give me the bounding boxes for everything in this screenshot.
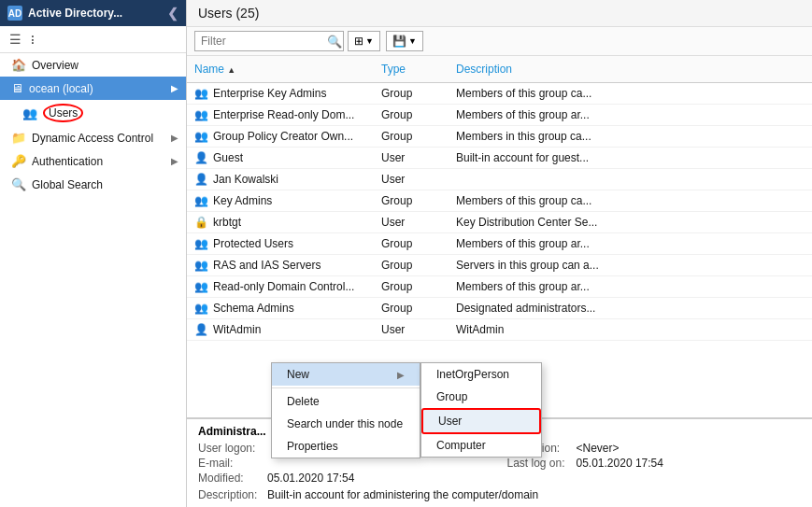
table-row[interactable]: 👥 Enterprise Read-only Dom... Group Memb… bbox=[187, 105, 812, 126]
col-name[interactable]: Name ▲ bbox=[187, 60, 374, 78]
sidebar-dac-label: Dynamic Access Control bbox=[32, 132, 153, 145]
context-menu-search[interactable]: Search under this node bbox=[272, 413, 420, 435]
submenu-computer[interactable]: Computer bbox=[421, 434, 541, 457]
dac-left: 📁 Dynamic Access Control bbox=[11, 131, 153, 145]
table-row[interactable]: 👥 Schema Admins Group Designated adminis… bbox=[187, 298, 812, 319]
cell-desc: Members of this group ar... bbox=[449, 278, 812, 295]
sidebar-header-left: AD Active Directory... bbox=[7, 6, 122, 21]
save-icon: 💾 bbox=[392, 35, 406, 48]
submenu[interactable]: InetOrgPerson Group User Computer bbox=[420, 362, 542, 458]
ad-icon: AD bbox=[7, 6, 22, 21]
main-toolbar: 🔍 ⊞ ▼ 💾 ▼ bbox=[187, 27, 812, 56]
filter-input[interactable] bbox=[194, 31, 344, 51]
sidebar: AD Active Directory... ❮ ☰ ⫶ 🏠 Overview … bbox=[0, 0, 187, 507]
save-dropdown-icon: ▼ bbox=[408, 36, 417, 46]
row-icon: 👤 bbox=[194, 173, 208, 186]
server-icon: 🖥 bbox=[11, 81, 23, 95]
row-icon: 👤 bbox=[194, 323, 208, 336]
cell-desc: Members of this group ca... bbox=[449, 85, 812, 102]
submenu-group[interactable]: Group bbox=[421, 386, 541, 408]
sidebar-users-label: Users bbox=[43, 104, 83, 122]
col-description[interactable]: Description bbox=[449, 60, 812, 78]
sidebar-title: Active Directory... bbox=[28, 7, 122, 20]
table-row[interactable]: 👤 Jan Kowalski User bbox=[187, 169, 812, 190]
context-menu[interactable]: New ▶ Delete Search under this node Prop… bbox=[271, 362, 420, 458]
cell-desc: Servers in this group can a... bbox=[449, 257, 812, 274]
menu-icon[interactable]: ☰ bbox=[7, 30, 23, 49]
sidebar-item-authentication[interactable]: 🔑 Authentication ▶ bbox=[0, 149, 186, 173]
collapse-icon[interactable]: ❮ bbox=[167, 6, 178, 21]
cell-desc: Members of this group ca... bbox=[449, 192, 812, 209]
cell-type: Group bbox=[374, 106, 449, 123]
cell-name: 👤 Jan Kowalski bbox=[187, 171, 374, 188]
cell-type: User bbox=[374, 171, 449, 188]
col-type[interactable]: Type bbox=[374, 60, 449, 78]
list-view-icon: ⊞ bbox=[354, 35, 363, 48]
sidebar-toolbar: ☰ ⫶ bbox=[0, 26, 186, 53]
context-menu-separator bbox=[272, 387, 420, 388]
table-row[interactable]: 👥 Enterprise Key Admins Group Members of… bbox=[187, 83, 812, 105]
row-icon: 🔒 bbox=[194, 216, 208, 229]
submenu-user[interactable]: User bbox=[421, 408, 541, 434]
context-menu-new-label: New bbox=[287, 368, 309, 381]
sidebar-item-overview[interactable]: 🏠 Overview bbox=[0, 53, 186, 77]
tree-icon[interactable]: ⫶ bbox=[27, 30, 37, 49]
sidebar-item-ocean-local[interactable]: 🖥 ocean (local) ▶ bbox=[0, 77, 186, 100]
cell-name: 👤 WitAdmin bbox=[187, 321, 374, 338]
cell-type: User bbox=[374, 149, 449, 166]
table-row[interactable]: 👤 Guest User Built-in account for guest.… bbox=[187, 148, 812, 169]
context-menu-delete-label: Delete bbox=[287, 395, 320, 408]
cell-type: User bbox=[374, 214, 449, 231]
context-menu-search-label: Search under this node bbox=[287, 417, 403, 430]
sidebar-item-dynamic-access-control[interactable]: 📁 Dynamic Access Control ▶ bbox=[0, 126, 186, 149]
table-row[interactable]: 👥 Protected Users Group Members of this … bbox=[187, 233, 812, 255]
view-dropdown-icon: ▼ bbox=[365, 36, 374, 46]
row-icon: 👥 bbox=[194, 237, 208, 250]
view-options-button[interactable]: ⊞ ▼ bbox=[348, 31, 380, 51]
table-row[interactable]: 🔒 krbtgt User Key Distribution Center Se… bbox=[187, 212, 812, 233]
sidebar-item-global-search[interactable]: 🔍 Global Search bbox=[0, 173, 186, 196]
table-row[interactable]: 👥 RAS and IAS Servers Group Servers in t… bbox=[187, 255, 812, 276]
row-icon: 👥 bbox=[194, 194, 208, 207]
cell-type: User bbox=[374, 321, 449, 338]
cell-desc: Members of this group ar... bbox=[449, 235, 812, 252]
cell-type: Group bbox=[374, 235, 449, 252]
context-menu-delete[interactable]: Delete bbox=[272, 390, 420, 413]
cell-name: 👥 Enterprise Key Admins bbox=[187, 85, 374, 102]
sidebar-overview-label: Overview bbox=[32, 59, 78, 72]
detail-description-row: Description: Built-in account for admini… bbox=[198, 488, 801, 501]
submenu-user-label: User bbox=[438, 415, 462, 428]
cell-desc: Key Distribution Center Se... bbox=[449, 214, 812, 231]
sort-arrow-icon: ▲ bbox=[227, 65, 235, 75]
submenu-arrow-icon: ▶ bbox=[397, 370, 405, 380]
sidebar-item-users[interactable]: 👥 Users bbox=[0, 100, 186, 126]
submenu-group-label: Group bbox=[436, 390, 467, 403]
cell-name: 👥 Enterprise Read-only Dom... bbox=[187, 106, 374, 123]
detail-expiration: Expiration: <Never> bbox=[507, 442, 802, 455]
cell-name: 🔒 krbtgt bbox=[187, 214, 374, 231]
key-icon: 🔑 bbox=[11, 154, 26, 168]
table-row[interactable]: 👤 WitAdmin User WitAdmin bbox=[187, 319, 812, 341]
table-row[interactable]: 👥 Key Admins Group Members of this group… bbox=[187, 190, 812, 212]
cell-name: 👥 Key Admins bbox=[187, 192, 374, 209]
search-icon: 🔍 bbox=[11, 177, 26, 191]
auth-left: 🔑 Authentication bbox=[11, 154, 103, 168]
row-icon: 👤 bbox=[194, 151, 208, 164]
save-button[interactable]: 💾 ▼ bbox=[386, 31, 423, 51]
table-header: Name ▲ Type Description bbox=[187, 56, 812, 83]
context-menu-new[interactable]: New ▶ bbox=[272, 363, 420, 386]
modified-value: 05.01.2020 17:54 bbox=[267, 472, 354, 485]
expiration-value: <Never> bbox=[577, 442, 620, 455]
row-icon: 👥 bbox=[194, 130, 208, 143]
context-menu-properties[interactable]: Properties bbox=[272, 435, 420, 458]
table-row[interactable]: 👥 Read-only Domain Control... Group Memb… bbox=[187, 276, 812, 298]
row-icon: 👥 bbox=[194, 87, 208, 100]
cell-type: Group bbox=[374, 300, 449, 317]
cell-name: 👥 RAS and IAS Servers bbox=[187, 257, 374, 274]
submenu-inetorgperson[interactable]: InetOrgPerson bbox=[421, 363, 541, 386]
cell-type: Group bbox=[374, 128, 449, 145]
cell-name: 👥 Read-only Domain Control... bbox=[187, 278, 374, 295]
table-row[interactable]: 👥 Group Policy Creator Own... Group Memb… bbox=[187, 126, 812, 148]
last-logon-label: Last log on: bbox=[507, 457, 573, 470]
description-label: Description: bbox=[198, 488, 264, 501]
